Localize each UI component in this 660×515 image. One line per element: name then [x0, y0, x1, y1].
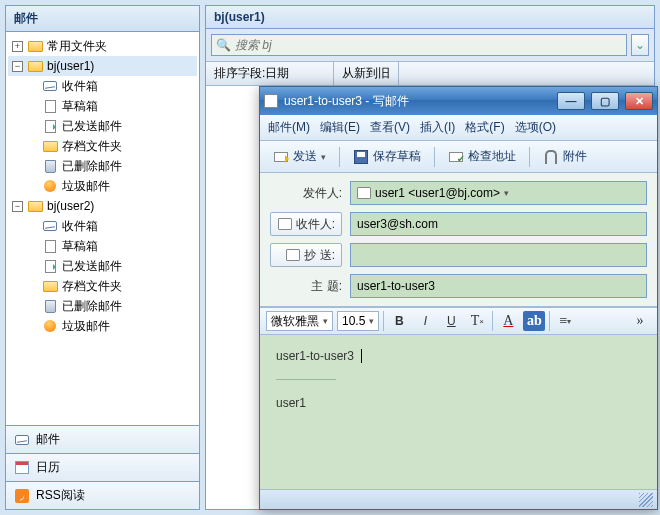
node-label: bj(user1): [47, 59, 94, 73]
paperclip-icon: [545, 150, 557, 164]
junk-icon: [44, 180, 56, 192]
archive-node[interactable]: 存档文件夹: [8, 136, 197, 156]
sent-node[interactable]: 已发送邮件: [8, 256, 197, 276]
from-label: 发件人:: [270, 181, 342, 205]
document-icon: [264, 94, 278, 108]
close-button[interactable]: ✕: [625, 92, 653, 110]
maximize-button[interactable]: ▢: [591, 92, 619, 110]
font-family-select[interactable]: 微软雅黑▾: [266, 311, 333, 331]
list-header: bj(user1): [206, 6, 654, 29]
chevron-down-icon: ▾: [321, 152, 326, 162]
folder-icon: [28, 41, 43, 52]
inbox-node[interactable]: 收件箱: [8, 76, 197, 96]
to-label-button[interactable]: 收件人:: [270, 212, 342, 236]
drafts-node[interactable]: 草稿箱: [8, 236, 197, 256]
menu-view[interactable]: 查看(V): [370, 119, 410, 136]
collapse-icon[interactable]: −: [12, 61, 23, 72]
trash-icon: [45, 300, 56, 313]
cc-input[interactable]: [357, 248, 640, 262]
mail-icon: [15, 435, 29, 445]
attach-button[interactable]: 附件: [536, 145, 594, 168]
account-node-bj-user1[interactable]: −bj(user1): [8, 56, 197, 76]
deleted-node[interactable]: 已删除邮件: [8, 156, 197, 176]
from-field[interactable]: user1 <user1@bj.com>▾: [350, 181, 647, 205]
search-bar: 🔍 ⌄: [206, 29, 654, 62]
clear-format-button[interactable]: T×: [466, 311, 488, 331]
node-label: bj(user2): [47, 199, 94, 213]
inbox-icon: [43, 221, 57, 231]
inbox-node[interactable]: 收件箱: [8, 216, 197, 236]
minimize-button[interactable]: ―: [557, 92, 585, 110]
align-button[interactable]: ≡▾: [554, 311, 576, 331]
calendar-icon: [15, 461, 29, 474]
identity-icon: [357, 187, 371, 199]
nav-mail[interactable]: 邮件: [6, 425, 199, 453]
search-input[interactable]: [235, 38, 622, 52]
account-node-bj-user2[interactable]: −bj(user2): [8, 196, 197, 216]
junk-node[interactable]: 垃圾邮件: [8, 316, 197, 336]
underline-button[interactable]: U: [440, 311, 462, 331]
folder-tree: +常用文件夹 −bj(user1) 收件箱 草稿箱 已发送邮件 存档文件夹 已删…: [6, 32, 199, 425]
deleted-node[interactable]: 已删除邮件: [8, 296, 197, 316]
menu-insert[interactable]: 插入(I): [420, 119, 455, 136]
junk-node[interactable]: 垃圾邮件: [8, 176, 197, 196]
cc-label-button[interactable]: 抄 送:: [270, 243, 342, 267]
drafts-node[interactable]: 草稿箱: [8, 96, 197, 116]
menu-mail[interactable]: 邮件(M): [268, 119, 310, 136]
rss-icon: ◞: [15, 489, 29, 503]
chevron-down-icon: ▾: [504, 188, 509, 198]
contacts-icon: [286, 249, 300, 261]
search-dropdown-button[interactable]: ⌄: [631, 34, 649, 56]
inbox-icon: [43, 81, 57, 91]
subject-input[interactable]: [357, 279, 640, 293]
compose-statusbar: [260, 489, 657, 509]
text-cursor: [357, 349, 361, 363]
expand-icon[interactable]: +: [12, 41, 23, 52]
collapse-icon[interactable]: −: [12, 201, 23, 212]
compose-titlebar[interactable]: user1-to-user3 - 写邮件 ― ▢ ✕: [260, 87, 657, 115]
menu-edit[interactable]: 编辑(E): [320, 119, 360, 136]
compose-body[interactable]: user1-to-user3 user1: [260, 335, 657, 491]
chevron-down-icon: ⌄: [635, 38, 645, 52]
sent-icon: [45, 260, 56, 273]
search-box[interactable]: 🔍: [211, 34, 627, 56]
menu-options[interactable]: 选项(O): [515, 119, 556, 136]
compose-toolbar: 发送▾ 保存草稿 检查地址 附件: [260, 141, 657, 173]
send-icon: [274, 152, 288, 162]
compose-window: user1-to-user3 - 写邮件 ― ▢ ✕ 邮件(M) 编辑(E) 查…: [259, 86, 658, 510]
nav-rss[interactable]: ◞RSS阅读: [6, 481, 199, 509]
to-input[interactable]: [357, 217, 640, 231]
send-button[interactable]: 发送▾: [266, 145, 333, 168]
separator: [339, 147, 340, 167]
check-address-button[interactable]: 检查地址: [441, 145, 523, 168]
separator: [529, 147, 530, 167]
trash-icon: [45, 160, 56, 173]
sent-icon: [45, 120, 56, 133]
common-folders-node[interactable]: +常用文件夹: [8, 36, 197, 56]
resize-grip[interactable]: [639, 493, 653, 507]
separator: [434, 147, 435, 167]
italic-button[interactable]: I: [414, 311, 436, 331]
sort-header[interactable]: 排序字段:日期 从新到旧: [206, 62, 654, 86]
compose-menubar: 邮件(M) 编辑(E) 查看(V) 插入(I) 格式(F) 选项(O): [260, 115, 657, 141]
menu-format[interactable]: 格式(F): [465, 119, 504, 136]
sent-node[interactable]: 已发送邮件: [8, 116, 197, 136]
nav-calendar[interactable]: 日历: [6, 453, 199, 481]
check-icon: [449, 152, 463, 162]
archive-icon: [43, 281, 58, 292]
folder-icon: [28, 201, 43, 212]
window-title: user1-to-user3 - 写邮件: [284, 93, 409, 110]
cc-field[interactable]: [350, 243, 647, 267]
bold-button[interactable]: B: [388, 311, 410, 331]
save-draft-button[interactable]: 保存草稿: [346, 145, 428, 168]
highlight-button[interactable]: ab: [523, 311, 545, 331]
drafts-icon: [45, 240, 56, 253]
font-size-select[interactable]: 10.5▾: [337, 311, 379, 331]
junk-icon: [44, 320, 56, 332]
archive-node[interactable]: 存档文件夹: [8, 276, 197, 296]
subject-field[interactable]: [350, 274, 647, 298]
signature-separator: [276, 379, 336, 380]
font-color-button[interactable]: A: [497, 311, 519, 331]
to-field[interactable]: [350, 212, 647, 236]
format-overflow-button[interactable]: »: [629, 311, 651, 331]
